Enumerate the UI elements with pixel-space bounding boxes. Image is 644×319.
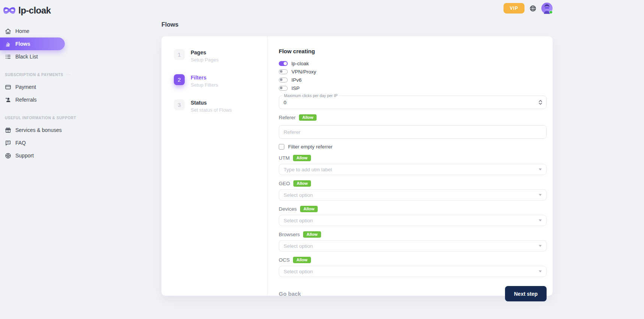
sidebar-item-label: Flows [15, 41, 30, 47]
step-filters[interactable]: 2 Filters Setup Filters [174, 74, 267, 88]
referer-input[interactable] [279, 125, 547, 139]
toggle-row-ipv6[interactable]: IPv6 [279, 76, 547, 84]
step-subtitle: Setup Filters [191, 82, 218, 88]
utm-allow-badge[interactable]: Allow [293, 155, 311, 161]
utm-placeholder: Type to add utm label [284, 167, 332, 172]
next-step-button[interactable]: Next step [505, 286, 547, 301]
sidebar-item-label: FAQ [15, 140, 26, 146]
sidebar-item-referrals[interactable]: Referrals [0, 93, 75, 106]
referral-user-icon [5, 97, 11, 103]
form-footer: Go back Next step [279, 286, 547, 301]
toggle-label: IPv6 [291, 77, 302, 83]
user-avatar[interactable] [541, 3, 553, 14]
sidebar-item-label: Support [15, 153, 34, 159]
step-status[interactable]: 3 Status Set status of Flows [174, 99, 267, 113]
number-stepper-icon[interactable] [539, 100, 542, 105]
sidebar-item-black-list[interactable]: Black List [0, 50, 75, 63]
online-status-dot [549, 10, 553, 14]
sidebar-item-support[interactable]: Support [0, 149, 75, 162]
geo-label: GEO [279, 181, 290, 186]
credit-card-icon [5, 84, 11, 90]
browsers-allow-badge[interactable]: Allow [303, 231, 321, 238]
caret-down-icon [539, 194, 542, 196]
toggle-row-isp[interactable]: ISP [279, 84, 547, 92]
sidebar-item-faq[interactable]: ?! FAQ [0, 136, 75, 149]
referer-allow-badge[interactable]: Allow [299, 114, 317, 121]
sidebar-item-payment[interactable]: Payment [0, 81, 75, 93]
sidebar-item-label: Payment [15, 84, 36, 90]
sidebar-section-support: Useful information & support [0, 116, 70, 120]
toggle-row-lp-cloak[interactable]: lp-cloak [279, 59, 547, 67]
utm-label-row: UTM Allow [279, 155, 547, 161]
svg-text:?!: ?! [7, 141, 9, 144]
gift-icon [5, 127, 11, 133]
toggle-label: VPN/Proxy [291, 69, 316, 75]
caret-down-icon [539, 271, 542, 273]
step-number: 3 [174, 99, 185, 110]
ipv6-toggle[interactable] [279, 78, 288, 82]
vip-button[interactable]: VIP [504, 3, 524, 13]
lp-cloak-toggle[interactable] [279, 61, 288, 66]
filter-empty-referrer-checkbox[interactable] [279, 144, 284, 150]
geo-allow-badge[interactable]: Allow [293, 180, 311, 187]
app-logo[interactable]: lp-cloak [0, 0, 75, 16]
header-actions: VIP [504, 3, 553, 14]
geo-placeholder: Select option [284, 192, 313, 198]
globe-icon[interactable] [529, 5, 536, 12]
ocs-allow-badge[interactable]: Allow [293, 257, 311, 263]
sidebar-item-home[interactable]: Home [0, 25, 75, 37]
filter-empty-referrer-row[interactable]: Filter empty referrer [279, 144, 547, 150]
devices-label: Devices [279, 206, 297, 212]
ocs-placeholder: Select option [284, 269, 313, 274]
geo-select[interactable]: Select option [279, 189, 547, 201]
home-icon [5, 28, 11, 34]
step-title: Pages [191, 49, 218, 55]
devices-allow-badge[interactable]: Allow [300, 206, 318, 212]
flow-form: Flow creating lp-cloak VPN/Proxy IPv6 IS… [267, 36, 553, 296]
utm-input[interactable]: Type to add utm label [279, 164, 547, 175]
step-subtitle: Set status of Flows [191, 107, 232, 113]
sidebar: lp-cloak Home Flows Black List Subscript… [0, 0, 75, 162]
main-content: Flows 1 Pages Setup Pages 2 Filters Setu… [161, 21, 553, 296]
sidebar-item-label: Home [15, 28, 29, 34]
app-title: lp-cloak [18, 5, 51, 16]
toggle-row-vpn-proxy[interactable]: VPN/Proxy [279, 67, 547, 76]
devices-label-row: Devices Allow [279, 206, 547, 212]
ocs-label: OCS [279, 257, 290, 263]
flow-card: 1 Pages Setup Pages 2 Filters Setup Filt… [161, 36, 553, 296]
page-title: Flows [161, 21, 553, 28]
devices-select[interactable]: Select option [279, 215, 547, 226]
step-number: 2 [174, 74, 185, 85]
caret-down-icon [539, 169, 542, 171]
caret-down-icon [539, 245, 542, 247]
sidebar-item-services-bonuses[interactable]: Services & bonuses [0, 124, 75, 136]
max-clicks-input[interactable] [279, 96, 546, 109]
sidebar-section-subscription: Subscription & payments [0, 73, 70, 77]
faq-bubble-icon: ?! [5, 140, 11, 146]
max-clicks-label: Maximum clicks per day per IP [282, 93, 339, 98]
isp-toggle[interactable] [279, 86, 288, 91]
browsers-placeholder: Select option [284, 243, 313, 249]
sidebar-item-flows[interactable]: Flows [0, 37, 65, 50]
step-pages[interactable]: 1 Pages Setup Pages [174, 49, 267, 63]
toggle-label: lp-cloak [291, 61, 309, 66]
mask-logo-icon [3, 6, 16, 15]
form-title: Flow creating [279, 48, 547, 54]
geo-label-row: GEO Allow [279, 180, 547, 187]
utm-label: UTM [279, 155, 290, 161]
caret-down-icon [539, 220, 542, 222]
vpn-proxy-toggle[interactable] [279, 69, 288, 74]
sidebar-item-label: Black List [15, 54, 38, 60]
ocs-select[interactable]: Select option [279, 266, 547, 277]
bullet-list-icon [5, 54, 11, 60]
max-clicks-field: Maximum clicks per day per IP [279, 96, 547, 109]
referer-label: Referer [279, 115, 296, 120]
step-number: 1 [174, 49, 185, 60]
step-subtitle: Setup Pages [191, 57, 218, 63]
browsers-select[interactable]: Select option [279, 240, 547, 252]
sidebar-item-label: Services & bonuses [15, 127, 62, 133]
browsers-label: Browsers [279, 232, 300, 237]
sidebar-nav: Home Flows Black List Subscription & pay… [0, 25, 75, 162]
go-back-button[interactable]: Go back [279, 291, 301, 297]
step-title: Status [191, 99, 232, 106]
